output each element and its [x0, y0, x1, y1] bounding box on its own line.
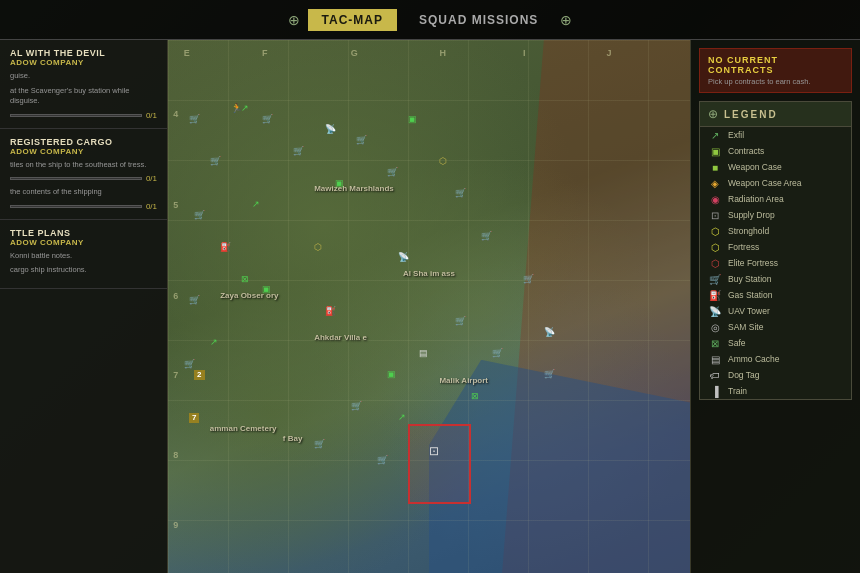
- exfil-icon: ↗: [708, 130, 722, 141]
- legend-item-radiation: ◉ Radiation Area: [700, 191, 851, 207]
- map-area[interactable]: E F G H I J 4 5 6 7 8 9 Mawizeh Marshlan…: [168, 40, 690, 573]
- dog-tag-label: Dog Tag: [728, 370, 760, 380]
- legend-item-supply: ⊡ Supply Drop: [700, 207, 851, 223]
- map-icon-contract-3[interactable]: ▣: [262, 285, 271, 294]
- map-selection-box: [408, 424, 471, 504]
- legend-item-uav: 📡 UAV Tower: [700, 303, 851, 319]
- map-icon-contract-2[interactable]: ▣: [335, 179, 344, 188]
- ammo-cache-label: Ammo Cache: [728, 354, 780, 364]
- map-icon-buy-13[interactable]: 🛒: [455, 317, 466, 326]
- map-icon-buy-18[interactable]: 🛒: [377, 456, 388, 465]
- map-icon-uav-2[interactable]: 📡: [398, 253, 409, 262]
- mission-title-3: TTLE PLANS: [10, 228, 157, 238]
- map-icon-buy-8[interactable]: 🛒: [356, 136, 367, 145]
- map-icon-buy-14[interactable]: 🛒: [492, 349, 503, 358]
- map-icon-safe-2[interactable]: ⊠: [241, 275, 249, 284]
- mission-title-2: REGISTERED CARGO: [10, 137, 157, 147]
- uav-tower-icon: 📡: [708, 306, 722, 317]
- grid-label-7: 7: [173, 370, 178, 380]
- tab-tacmap[interactable]: TAC-MAP: [308, 9, 397, 31]
- map-icon-uav-1[interactable]: 📡: [325, 125, 336, 134]
- mission-title-1: AL WITH THE DEVIL: [10, 48, 157, 58]
- legend-item-ammo: ▤ Ammo Cache: [700, 351, 851, 367]
- map-icon-buy-3[interactable]: 🛒: [194, 211, 205, 220]
- mission-desc-1b: at the Scavenger's buy station while dis…: [10, 86, 157, 107]
- mission-desc-3a: Konni battle notes.: [10, 251, 157, 262]
- legend-title: LEGEND: [724, 109, 778, 120]
- grid-label-9: 9: [173, 520, 178, 530]
- legend-header: ⊕ LEGEND: [700, 102, 851, 127]
- mission-progress-2a: 0/1: [10, 174, 157, 183]
- map-icon-buy-2[interactable]: 🛒: [210, 157, 221, 166]
- nav-icon-right: ⊕: [560, 12, 572, 28]
- map-icon-contract-1[interactable]: ▣: [408, 115, 417, 124]
- map-icon-player: 🏃: [231, 104, 242, 113]
- mission-desc-2b: the contents of the shipping: [10, 187, 157, 198]
- map-icon-buy-17[interactable]: 🛒: [314, 440, 325, 449]
- grid-label-g: G: [351, 48, 358, 58]
- grid-label-j: J: [606, 48, 611, 58]
- map-marker-2: 2: [194, 370, 204, 380]
- supply-drop-icon: ⊡: [708, 210, 722, 221]
- map-icon-buy-5[interactable]: 🛒: [184, 360, 195, 369]
- grid-label-5: 5: [173, 200, 178, 210]
- map-icon-stronghold-1[interactable]: ⬡: [439, 157, 447, 166]
- map-icon-buy-11[interactable]: 🛒: [481, 232, 492, 241]
- progress-text-1: 0/1: [146, 111, 157, 120]
- progress-text-2b: 0/1: [146, 202, 157, 211]
- exfil-label: Exfil: [728, 130, 744, 140]
- tab-squad-missions[interactable]: SQUAD MISSIONS: [405, 9, 552, 31]
- top-bar: ⊕ TAC-MAP SQUAD MISSIONS ⊕: [0, 0, 860, 40]
- map-icon-buy-1[interactable]: 🛒: [189, 115, 200, 124]
- grid-label-i: I: [523, 48, 526, 58]
- mission-company-2: ADOW COMPANY: [10, 147, 157, 156]
- map-icon-exfil-4[interactable]: ↗: [398, 413, 406, 422]
- mission-desc-2a: tiles on the ship to the southeast of tr…: [10, 160, 157, 171]
- nav-icon-left: ⊕: [288, 12, 300, 28]
- map-icon-buy-10[interactable]: 🛒: [455, 189, 466, 198]
- map-selection-icon[interactable]: ⊡: [429, 445, 439, 457]
- map-icon-gas-1[interactable]: ⛽: [220, 243, 231, 252]
- stronghold-icon: ⬡: [708, 226, 722, 237]
- map-icon-stronghold-2[interactable]: ⬡: [314, 243, 322, 252]
- map-icon-buy-9[interactable]: 🛒: [387, 168, 398, 177]
- right-panel: NO CURRENT CONTRACTS Pick up contracts t…: [690, 40, 860, 573]
- map-icon-contract-4[interactable]: ▣: [387, 370, 396, 379]
- train-label: Train: [728, 386, 747, 396]
- map-icon-buy-7[interactable]: 🛒: [293, 147, 304, 156]
- legend-item-sam: ◎ SAM Site: [700, 319, 851, 335]
- map-icon-ammo-1[interactable]: ▤: [419, 349, 428, 358]
- contracts-icon: ▣: [708, 146, 722, 157]
- mission-progress-1: 0/1: [10, 111, 157, 120]
- legend-item-exfil: ↗ Exfil: [700, 127, 851, 143]
- ammo-cache-icon: ▤: [708, 354, 722, 365]
- map-icon-exfil-1[interactable]: ↗: [241, 104, 249, 113]
- mission-desc-1a: guise.: [10, 71, 157, 82]
- map-icon-buy-4[interactable]: 🛒: [189, 296, 200, 305]
- stronghold-label: Stronghold: [728, 226, 769, 236]
- map-icon-gas-2[interactable]: ⛽: [325, 307, 336, 316]
- radiation-icon: ◉: [708, 194, 722, 205]
- map-icon-buy-15[interactable]: 🛒: [544, 370, 555, 379]
- supply-drop-label: Supply Drop: [728, 210, 775, 220]
- dog-tag-icon: 🏷: [708, 370, 722, 381]
- contracts-subtitle: Pick up contracts to earn cash.: [708, 77, 843, 86]
- map-icon-exfil-3[interactable]: ↗: [210, 338, 218, 347]
- mission-progress-2b: 0/1: [10, 202, 157, 211]
- map-icon-uav-3[interactable]: 📡: [544, 328, 555, 337]
- legend-item-weapon-case: ■ Weapon Case: [700, 159, 851, 175]
- safe-icon: ⊠: [708, 338, 722, 349]
- legend-item-safe: ⊠ Safe: [700, 335, 851, 351]
- mission-battle-plans: TTLE PLANS ADOW COMPANY Konni battle not…: [0, 220, 167, 289]
- map-icon-exfil-2[interactable]: ↗: [252, 200, 260, 209]
- grid-label-4: 4: [173, 109, 178, 119]
- legend-item-buy: 🛒 Buy Station: [700, 271, 851, 287]
- contracts-header: NO CURRENT CONTRACTS Pick up contracts t…: [699, 48, 852, 93]
- gas-station-label: Gas Station: [728, 290, 772, 300]
- map-icon-safe-1[interactable]: ⊠: [471, 392, 479, 401]
- legend-item-dog: 🏷 Dog Tag: [700, 367, 851, 383]
- map-icon-buy-12[interactable]: 🛒: [523, 275, 534, 284]
- uav-tower-label: UAV Tower: [728, 306, 770, 316]
- map-icon-buy-6[interactable]: 🛒: [262, 115, 273, 124]
- map-icon-buy-16[interactable]: 🛒: [351, 402, 362, 411]
